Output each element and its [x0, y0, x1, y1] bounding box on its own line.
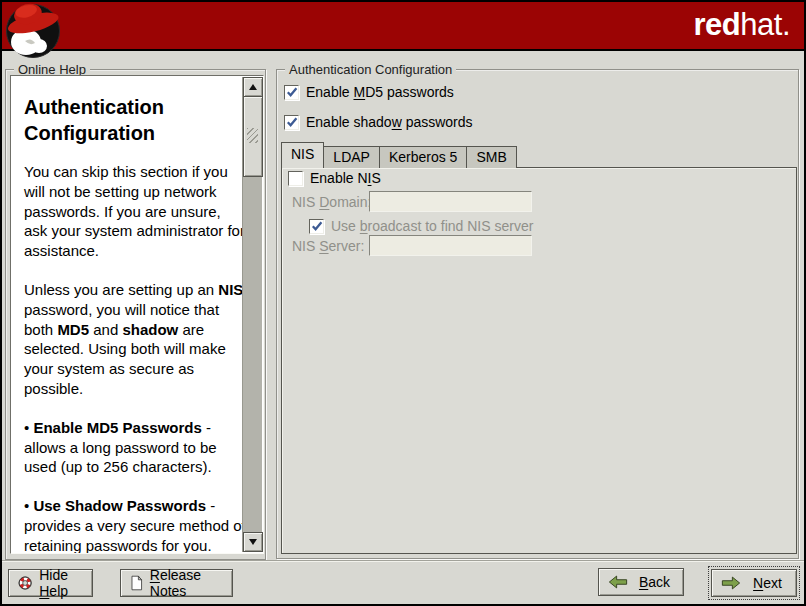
nis-server-row: NIS Server:	[292, 235, 532, 256]
back-arrow-icon	[608, 574, 628, 590]
shadow-row: Enable shadow passwords	[284, 114, 473, 130]
scroll-up-button[interactable]	[243, 77, 263, 97]
label-segment: D5 passwords	[365, 84, 454, 100]
scroll-down-icon	[249, 539, 257, 545]
shadow-checkbox-label[interactable]: Enable shadow passwords	[306, 114, 473, 130]
label-segment: D	[319, 194, 329, 210]
header-bar	[2, 2, 804, 49]
next-label: Next	[748, 575, 787, 591]
lifebuoy-icon	[18, 573, 32, 593]
broadcast-checkbox	[309, 219, 324, 234]
text-segment: shadow	[122, 321, 178, 338]
scrollbar-thumb[interactable]	[243, 96, 263, 177]
help-paragraph: Unless you are setting up an NIS passwor…	[24, 280, 246, 399]
enable-nis-checkbox[interactable]	[288, 171, 303, 186]
md5-checkbox-label[interactable]: Enable MD5 passwords	[306, 84, 454, 100]
label-segment: B	[639, 574, 648, 590]
broadcast-row: Use broadcast to find NIS server	[309, 218, 533, 234]
help-viewport: Authentication Configuration You can ski…	[10, 75, 264, 554]
label-segment: S	[371, 170, 380, 186]
auth-config-frame-label: Authentication Configuration	[285, 62, 456, 77]
nis-tab-page: Enable NIS NIS Domain: Use broadcast to …	[281, 167, 797, 554]
help-title: Authentication Configuration	[24, 94, 246, 146]
shadow-checkbox[interactable]	[284, 115, 299, 130]
nis-server-input	[369, 235, 532, 256]
next-button[interactable]: Next	[711, 569, 797, 597]
label-segment: NIS	[292, 238, 319, 254]
text-segment: Enable MD5 Passwords	[33, 419, 201, 436]
text-segment: Unless you are setting up an	[24, 281, 218, 298]
next-arrow-icon	[721, 575, 741, 591]
redhat-shadowman-logo-icon	[5, 2, 61, 62]
auth-tabbar: NIS LDAP Kerberos 5 SMB	[281, 144, 516, 168]
checkmark-icon	[286, 116, 298, 128]
text-segment: •	[24, 497, 33, 514]
back-label: Back	[635, 574, 674, 590]
nis-domain-input	[369, 191, 532, 212]
tab-smb[interactable]: SMB	[466, 146, 516, 168]
next-button-focus-ring: Next	[708, 566, 800, 600]
enable-nis-row: Enable NIS	[288, 170, 381, 186]
hide-help-label: Hide Help	[39, 567, 83, 599]
checkmark-icon	[286, 86, 298, 98]
brand-regular: hat.	[740, 7, 790, 42]
help-scrollbar[interactable]	[242, 77, 262, 552]
scroll-down-button[interactable]	[243, 532, 263, 552]
label-segment: S	[319, 238, 328, 254]
label-segment: passwords	[402, 114, 473, 130]
label-segment: Enable shado	[306, 114, 392, 130]
label-segment: b	[360, 218, 368, 234]
broadcast-label: Use broadcast to find NIS server	[331, 218, 533, 234]
redhat-wordmark: redhat.	[694, 7, 790, 43]
label-segment: NIS	[292, 194, 319, 210]
release-notes-button[interactable]: Release Notes	[120, 569, 233, 597]
label-segment: M	[353, 84, 365, 100]
label-segment: Enable N	[310, 170, 368, 186]
md5-checkbox[interactable]	[284, 85, 299, 100]
label-segment: H	[39, 583, 49, 599]
text-segment: NIS	[218, 281, 243, 298]
text-segment: Use Shadow Passwords	[33, 497, 206, 514]
brand-bold: red	[694, 7, 741, 42]
tab-nis[interactable]: NIS	[281, 142, 324, 168]
release-notes-label: Release Notes	[150, 567, 223, 599]
nis-domain-label: NIS Domain:	[292, 194, 362, 210]
help-bullet: • Use Shadow Passwords - provides a very…	[24, 496, 246, 554]
help-text: Authentication Configuration You can ski…	[11, 76, 246, 554]
label-segment: Hide	[39, 567, 68, 583]
hide-help-button[interactable]: Hide Help	[8, 569, 93, 597]
label-segment: roadcast to find NIS server	[368, 218, 534, 234]
text-segment: •	[24, 419, 33, 436]
text-segment: MD5	[57, 321, 89, 338]
thumb-grip-icon	[247, 128, 258, 143]
label-segment: omain:	[329, 194, 371, 210]
md5-row: Enable MD5 passwords	[284, 84, 454, 100]
scroll-up-icon	[249, 84, 257, 90]
tab-ldap[interactable]: LDAP	[323, 146, 380, 168]
footer-separator	[2, 560, 804, 562]
label-segment: ext	[763, 575, 782, 591]
nis-domain-row: NIS Domain:	[292, 191, 532, 212]
label-segment: w	[392, 114, 402, 130]
help-bullet: • Enable MD5 Passwords - allows a long p…	[24, 418, 246, 477]
label-segment: ack	[648, 574, 670, 590]
enable-nis-label[interactable]: Enable NIS	[310, 170, 381, 186]
help-paragraph: You can skip this section if you will no…	[24, 162, 246, 261]
back-button[interactable]: Back	[598, 568, 684, 596]
label-segment: R	[150, 567, 160, 583]
label-segment: Use	[331, 218, 360, 234]
tab-kerberos5[interactable]: Kerberos 5	[379, 146, 467, 168]
label-segment: erver:	[329, 238, 365, 254]
text-segment: and	[89, 321, 122, 338]
checkmark-icon	[311, 220, 323, 232]
label-segment: Enable	[306, 84, 353, 100]
nis-server-label: NIS Server:	[292, 238, 362, 254]
label-segment: elp	[49, 583, 68, 599]
document-icon	[130, 573, 143, 593]
label-segment: N	[753, 575, 763, 591]
